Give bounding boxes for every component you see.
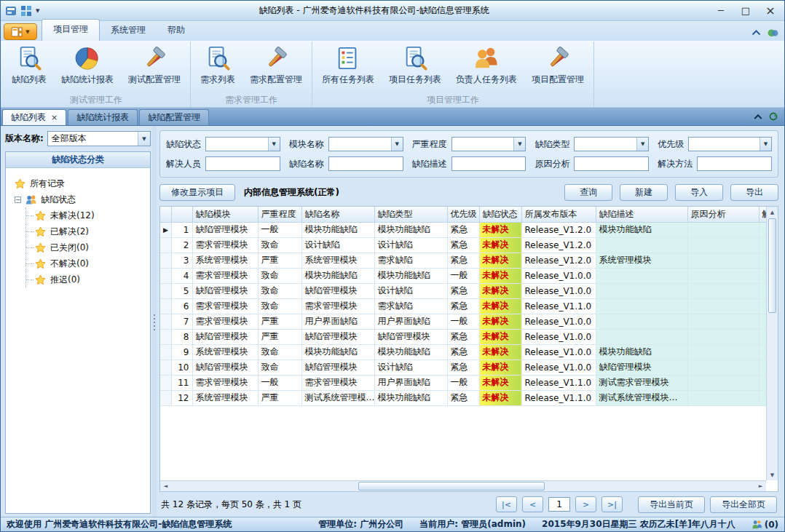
ribbon-button-0-0[interactable]: 缺陷列表 bbox=[4, 41, 54, 87]
cell-status[interactable]: 未解决 bbox=[479, 237, 521, 253]
app-logo-icon[interactable] bbox=[5, 5, 17, 17]
cell-type[interactable]: 模块功能缺陷 bbox=[374, 390, 447, 405]
cell-module[interactable]: 需求管理模块 bbox=[192, 314, 258, 329]
row-selector[interactable] bbox=[160, 390, 171, 405]
version-select[interactable]: 全部版本 ▼ bbox=[47, 131, 151, 146]
grid-column-header-8[interactable]: 所属发布版本 bbox=[521, 207, 596, 222]
cell-module[interactable]: 需求管理模块 bbox=[192, 237, 258, 253]
grid-column-header-6[interactable]: 优先级 bbox=[447, 207, 479, 222]
cell-name[interactable]: 需求管理模块 bbox=[301, 375, 374, 390]
cell-status[interactable]: 未解决 bbox=[479, 268, 521, 283]
grid-column-header-5[interactable]: 缺陷类型 bbox=[374, 207, 447, 222]
cell-severity[interactable]: 致命 bbox=[258, 237, 301, 253]
ribbon-tab-1[interactable]: 系统管理 bbox=[100, 20, 157, 41]
cell-solution[interactable] bbox=[759, 329, 766, 344]
cell-status[interactable]: 未解决 bbox=[479, 360, 521, 375]
cell-severity[interactable]: 严重 bbox=[258, 329, 301, 344]
grid-row[interactable]: 12系统管理模块严重测试系统管理模…模块功能缺陷紧急未解决Release_V1.… bbox=[160, 390, 766, 405]
cell-status[interactable]: 未解决 bbox=[479, 253, 521, 268]
tree-item[interactable]: −缺陷状态 bbox=[15, 191, 147, 207]
grid-row[interactable]: 6需求管理模块致命需求管理模块需求缺陷紧急未解决Release_V1.1.0 bbox=[160, 298, 766, 314]
grid-row[interactable]: 4需求管理模块致命模块功能缺陷模块功能缺陷一般未解决Release_V1.0.0 bbox=[160, 268, 766, 283]
row-selector[interactable] bbox=[160, 344, 171, 360]
grid-column-header-11[interactable]: 解决方法 bbox=[759, 207, 766, 222]
tab-scroll-up-icon[interactable] bbox=[753, 112, 763, 121]
cell-module[interactable]: 缺陷管理模块 bbox=[192, 329, 258, 344]
ribbon-button-2-3[interactable]: 项目配置管理 bbox=[524, 41, 591, 87]
grid-row[interactable]: 7需求管理模块严重用户界面缺陷用户界面缺陷一般未解决Release_V1.0.0 bbox=[160, 314, 766, 329]
chevron-down-icon[interactable]: ▼ bbox=[391, 138, 403, 151]
ribbon-button-2-0[interactable]: 所有任务列表 bbox=[315, 41, 382, 87]
tree-item[interactable]: 所有记录 bbox=[15, 175, 147, 191]
grid-column-header-4[interactable]: 缺陷名称 bbox=[301, 207, 374, 222]
chevron-down-icon[interactable]: ▼ bbox=[138, 132, 150, 146]
query-button[interactable]: 查询 bbox=[564, 184, 612, 201]
grid-column-header-0[interactable] bbox=[160, 207, 171, 222]
tree-item[interactable]: 已关闭(0) bbox=[26, 239, 147, 255]
cell-name[interactable]: 模块功能缺陷 bbox=[301, 222, 374, 237]
horizontal-scrollbar[interactable]: ◄ ► bbox=[160, 480, 766, 491]
filter-select-3[interactable]: ▼ bbox=[574, 137, 649, 151]
next-page-button[interactable]: > bbox=[575, 496, 596, 512]
cell-type[interactable]: 用户界面缺陷 bbox=[374, 375, 447, 390]
grid-column-header-1[interactable] bbox=[171, 207, 192, 222]
cell-module[interactable]: 系统管理模块 bbox=[192, 390, 258, 405]
cell-solution[interactable] bbox=[759, 283, 766, 298]
ribbon-button-0-1[interactable]: 缺陷统计报表 bbox=[54, 41, 121, 87]
cell-version[interactable]: Release_V1.1.0 bbox=[521, 375, 596, 390]
row-selector[interactable] bbox=[160, 237, 171, 253]
cell-desc[interactable] bbox=[596, 314, 687, 329]
row-selector[interactable] bbox=[160, 268, 171, 283]
grid-row[interactable]: 10缺陷管理模块致命缺陷管理模块设计缺陷紧急未解决Release_V1.0.0缺… bbox=[160, 360, 766, 375]
cell-version[interactable]: Release_V1.0.0 bbox=[521, 329, 596, 344]
cell-priority[interactable]: 紧急 bbox=[447, 360, 479, 375]
titlebar[interactable]: ▼ 缺陷列表 - 广州爱奇迪软件科技有限公司-缺陷信息管理系统 ─ □ × bbox=[1, 1, 784, 21]
ribbon-button-2-1[interactable]: 项目任务列表 bbox=[382, 41, 449, 87]
cell-solution[interactable] bbox=[759, 390, 766, 405]
application-menu-button[interactable]: ▼ bbox=[4, 23, 37, 40]
grid-column-header-10[interactable]: 原因分析 bbox=[687, 207, 759, 222]
hscroll-thumb[interactable] bbox=[358, 482, 545, 491]
cell-cause[interactable] bbox=[687, 390, 759, 405]
new-button[interactable]: 新建 bbox=[620, 184, 668, 201]
cell-desc[interactable] bbox=[596, 298, 687, 314]
grid-row[interactable]: 3系统管理模块严重系统管理模块需求缺陷紧急未解决Release_V1.2.0系统… bbox=[160, 253, 766, 268]
cell-type[interactable]: 模块功能缺陷 bbox=[374, 222, 447, 237]
cell-module[interactable]: 需求管理模块 bbox=[192, 375, 258, 390]
cell-desc[interactable]: 模块功能缺陷 bbox=[596, 222, 687, 237]
ribbon-tab-0[interactable]: 项目管理 bbox=[42, 19, 100, 41]
cell-status[interactable]: 未解决 bbox=[479, 283, 521, 298]
scroll-left-icon[interactable]: ◄ bbox=[160, 483, 171, 489]
row-selector[interactable] bbox=[160, 314, 171, 329]
grid-row[interactable]: 2需求管理模块致命设计缺陷设计缺陷紧急未解决Release_V1.2.0 bbox=[160, 237, 766, 253]
cell-name[interactable]: 缺陷管理模块 bbox=[301, 283, 374, 298]
cell-type[interactable]: 缺陷管理模块 bbox=[374, 329, 447, 344]
first-page-button[interactable]: |< bbox=[496, 496, 517, 512]
row-selector[interactable] bbox=[160, 298, 171, 314]
cell-name[interactable]: 模块功能缺陷 bbox=[301, 344, 374, 360]
cell-cause[interactable] bbox=[687, 222, 759, 237]
cell-version[interactable]: Release_V1.1.0 bbox=[521, 298, 596, 314]
chevron-down-icon[interactable]: ▼ bbox=[636, 138, 648, 151]
cell-name[interactable]: 系统管理模块 bbox=[301, 253, 374, 268]
filter-input-2[interactable] bbox=[452, 157, 526, 170]
cell-version[interactable]: Release_V1.2.0 bbox=[521, 237, 596, 253]
cell-desc[interactable] bbox=[596, 329, 687, 344]
cell-type[interactable]: 设计缺陷 bbox=[374, 237, 447, 253]
cell-severity[interactable]: 严重 bbox=[258, 253, 301, 268]
cell-solution[interactable] bbox=[759, 237, 766, 253]
filter-select-0[interactable]: ▼ bbox=[205, 137, 280, 151]
cell-version[interactable]: Release_V1.0.0 bbox=[521, 360, 596, 375]
minimize-button[interactable]: ─ bbox=[709, 3, 733, 19]
cell-solution[interactable] bbox=[759, 268, 766, 283]
collapse-ribbon-icon[interactable] bbox=[751, 28, 762, 37]
cell-desc[interactable]: 模块功能缺陷 bbox=[596, 344, 687, 360]
cell-priority[interactable]: 紧急 bbox=[447, 237, 479, 253]
cell-name[interactable]: 测试系统管理模… bbox=[301, 390, 374, 405]
filter-input-3[interactable] bbox=[575, 157, 648, 170]
cell-priority[interactable]: 紧急 bbox=[447, 283, 479, 298]
grid-column-header-3[interactable]: 严重程度 bbox=[258, 207, 301, 222]
export-current-page-button[interactable]: 导出当前页 bbox=[638, 496, 705, 513]
tree-item[interactable]: 不解决(0) bbox=[26, 255, 147, 271]
cell-solution[interactable] bbox=[759, 360, 766, 375]
